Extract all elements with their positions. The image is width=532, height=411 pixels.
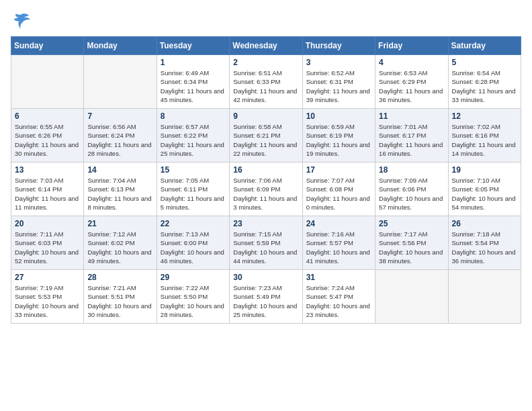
day-info: Sunrise: 6:56 AM Sunset: 6:24 PM Dayligh… bbox=[87, 122, 152, 158]
day-info: Sunrise: 7:07 AM Sunset: 6:08 PM Dayligh… bbox=[306, 176, 371, 212]
day-info: Sunrise: 7:21 AM Sunset: 5:51 PM Dayligh… bbox=[87, 283, 152, 319]
day-info: Sunrise: 7:15 AM Sunset: 5:59 PM Dayligh… bbox=[233, 230, 298, 265]
day-cell: 7Sunrise: 6:56 AM Sunset: 6:24 PM Daylig… bbox=[84, 109, 157, 163]
day-info: Sunrise: 7:03 AM Sunset: 6:14 PM Dayligh… bbox=[15, 176, 80, 212]
day-cell: 14Sunrise: 7:04 AM Sunset: 6:13 PM Dayli… bbox=[84, 163, 157, 216]
day-number: 23 bbox=[233, 219, 298, 228]
day-cell: 26Sunrise: 7:18 AM Sunset: 5:54 PM Dayli… bbox=[448, 216, 521, 270]
day-info: Sunrise: 7:05 AM Sunset: 6:11 PM Dayligh… bbox=[161, 176, 226, 212]
day-number: 22 bbox=[161, 219, 226, 228]
day-number: 8 bbox=[161, 111, 226, 121]
week-row-5: 27Sunrise: 7:19 AM Sunset: 5:53 PM Dayli… bbox=[11, 270, 521, 324]
day-cell: 1Sunrise: 6:49 AM Sunset: 6:34 PM Daylig… bbox=[157, 55, 229, 109]
page-header bbox=[11, 11, 521, 31]
day-number: 29 bbox=[161, 273, 226, 282]
day-cell: 29Sunrise: 7:22 AM Sunset: 5:50 PM Dayli… bbox=[157, 270, 229, 324]
day-info: Sunrise: 7:10 AM Sunset: 6:05 PM Dayligh… bbox=[452, 176, 517, 212]
day-cell: 19Sunrise: 7:10 AM Sunset: 6:05 PM Dayli… bbox=[448, 163, 521, 216]
day-cell: 16Sunrise: 7:06 AM Sunset: 6:09 PM Dayli… bbox=[230, 163, 302, 216]
week-row-1: 1Sunrise: 6:49 AM Sunset: 6:34 PM Daylig… bbox=[11, 55, 521, 109]
week-row-4: 20Sunrise: 7:11 AM Sunset: 6:03 PM Dayli… bbox=[11, 216, 521, 270]
day-info: Sunrise: 7:13 AM Sunset: 6:00 PM Dayligh… bbox=[161, 230, 226, 265]
day-info: Sunrise: 7:23 AM Sunset: 5:49 PM Dayligh… bbox=[233, 283, 298, 319]
day-cell bbox=[84, 55, 157, 109]
day-info: Sunrise: 7:01 AM Sunset: 6:17 PM Dayligh… bbox=[379, 122, 444, 158]
day-number: 3 bbox=[306, 58, 371, 67]
header-row: SundayMondayTuesdayWednesdayThursdayFrid… bbox=[11, 37, 521, 55]
day-info: Sunrise: 6:53 AM Sunset: 6:29 PM Dayligh… bbox=[379, 68, 444, 104]
day-number: 27 bbox=[15, 273, 80, 282]
day-number: 17 bbox=[306, 165, 371, 175]
day-info: Sunrise: 6:49 AM Sunset: 6:34 PM Dayligh… bbox=[161, 68, 226, 104]
day-header-friday: Friday bbox=[375, 37, 448, 55]
day-number: 28 bbox=[87, 273, 152, 282]
day-header-thursday: Thursday bbox=[302, 37, 375, 55]
day-number: 16 bbox=[233, 165, 298, 175]
day-header-monday: Monday bbox=[84, 37, 157, 55]
day-info: Sunrise: 7:18 AM Sunset: 5:54 PM Dayligh… bbox=[452, 230, 517, 265]
day-number: 26 bbox=[452, 219, 517, 228]
day-info: Sunrise: 6:52 AM Sunset: 6:31 PM Dayligh… bbox=[306, 68, 371, 104]
day-number: 13 bbox=[15, 165, 80, 175]
day-cell bbox=[375, 270, 448, 324]
day-cell: 25Sunrise: 7:17 AM Sunset: 5:56 PM Dayli… bbox=[375, 216, 448, 270]
day-info: Sunrise: 7:04 AM Sunset: 6:13 PM Dayligh… bbox=[87, 176, 152, 212]
day-cell: 11Sunrise: 7:01 AM Sunset: 6:17 PM Dayli… bbox=[375, 109, 448, 163]
day-cell: 10Sunrise: 6:59 AM Sunset: 6:19 PM Dayli… bbox=[302, 109, 375, 163]
day-cell: 15Sunrise: 7:05 AM Sunset: 6:11 PM Dayli… bbox=[157, 163, 229, 216]
day-info: Sunrise: 6:59 AM Sunset: 6:19 PM Dayligh… bbox=[306, 122, 371, 158]
day-info: Sunrise: 6:54 AM Sunset: 6:28 PM Dayligh… bbox=[452, 68, 517, 104]
day-info: Sunrise: 7:16 AM Sunset: 5:57 PM Dayligh… bbox=[306, 230, 371, 265]
day-number: 10 bbox=[306, 111, 371, 121]
day-number: 1 bbox=[161, 58, 226, 67]
day-number: 9 bbox=[233, 111, 298, 121]
day-info: Sunrise: 6:58 AM Sunset: 6:21 PM Dayligh… bbox=[233, 122, 298, 158]
day-info: Sunrise: 7:06 AM Sunset: 6:09 PM Dayligh… bbox=[233, 176, 298, 212]
day-cell: 5Sunrise: 6:54 AM Sunset: 6:28 PM Daylig… bbox=[448, 55, 521, 109]
day-cell: 22Sunrise: 7:13 AM Sunset: 6:00 PM Dayli… bbox=[157, 216, 229, 270]
day-cell: 31Sunrise: 7:24 AM Sunset: 5:47 PM Dayli… bbox=[302, 270, 375, 324]
day-cell: 23Sunrise: 7:15 AM Sunset: 5:59 PM Dayli… bbox=[230, 216, 302, 270]
day-number: 4 bbox=[379, 58, 444, 67]
day-cell: 2Sunrise: 6:51 AM Sunset: 6:33 PM Daylig… bbox=[230, 55, 302, 109]
day-number: 18 bbox=[379, 165, 444, 175]
day-info: Sunrise: 7:24 AM Sunset: 5:47 PM Dayligh… bbox=[306, 283, 371, 319]
day-number: 30 bbox=[233, 273, 298, 282]
day-number: 7 bbox=[87, 111, 152, 121]
day-cell bbox=[448, 270, 521, 324]
day-header-tuesday: Tuesday bbox=[157, 37, 229, 55]
day-info: Sunrise: 7:12 AM Sunset: 6:02 PM Dayligh… bbox=[87, 230, 152, 265]
day-info: Sunrise: 6:57 AM Sunset: 6:22 PM Dayligh… bbox=[161, 122, 226, 158]
day-header-sunday: Sunday bbox=[11, 37, 84, 55]
logo-icon bbox=[11, 11, 31, 31]
day-cell: 3Sunrise: 6:52 AM Sunset: 6:31 PM Daylig… bbox=[302, 55, 375, 109]
day-number: 15 bbox=[161, 165, 226, 175]
day-cell: 9Sunrise: 6:58 AM Sunset: 6:21 PM Daylig… bbox=[230, 109, 302, 163]
day-number: 5 bbox=[452, 58, 517, 67]
day-header-saturday: Saturday bbox=[448, 37, 521, 55]
day-cell: 17Sunrise: 7:07 AM Sunset: 6:08 PM Dayli… bbox=[302, 163, 375, 216]
day-number: 14 bbox=[87, 165, 152, 175]
day-cell: 28Sunrise: 7:21 AM Sunset: 5:51 PM Dayli… bbox=[84, 270, 157, 324]
week-row-2: 6Sunrise: 6:55 AM Sunset: 6:26 PM Daylig… bbox=[11, 109, 521, 163]
day-cell: 20Sunrise: 7:11 AM Sunset: 6:03 PM Dayli… bbox=[11, 216, 84, 270]
day-number: 6 bbox=[15, 111, 80, 121]
day-cell: 30Sunrise: 7:23 AM Sunset: 5:49 PM Dayli… bbox=[230, 270, 302, 324]
day-number: 21 bbox=[87, 219, 152, 228]
logo bbox=[11, 11, 34, 31]
day-info: Sunrise: 7:22 AM Sunset: 5:50 PM Dayligh… bbox=[161, 283, 226, 319]
day-number: 12 bbox=[452, 111, 517, 121]
day-cell: 13Sunrise: 7:03 AM Sunset: 6:14 PM Dayli… bbox=[11, 163, 84, 216]
day-info: Sunrise: 7:09 AM Sunset: 6:06 PM Dayligh… bbox=[379, 176, 444, 212]
day-header-wednesday: Wednesday bbox=[230, 37, 302, 55]
day-number: 2 bbox=[233, 58, 298, 67]
day-info: Sunrise: 7:02 AM Sunset: 6:16 PM Dayligh… bbox=[452, 122, 517, 158]
day-number: 24 bbox=[306, 219, 371, 228]
day-cell bbox=[11, 55, 84, 109]
day-info: Sunrise: 7:17 AM Sunset: 5:56 PM Dayligh… bbox=[379, 230, 444, 265]
day-info: Sunrise: 6:55 AM Sunset: 6:26 PM Dayligh… bbox=[15, 122, 80, 158]
day-cell: 6Sunrise: 6:55 AM Sunset: 6:26 PM Daylig… bbox=[11, 109, 84, 163]
day-cell: 18Sunrise: 7:09 AM Sunset: 6:06 PM Dayli… bbox=[375, 163, 448, 216]
day-number: 20 bbox=[15, 219, 80, 228]
day-info: Sunrise: 7:19 AM Sunset: 5:53 PM Dayligh… bbox=[15, 283, 80, 319]
